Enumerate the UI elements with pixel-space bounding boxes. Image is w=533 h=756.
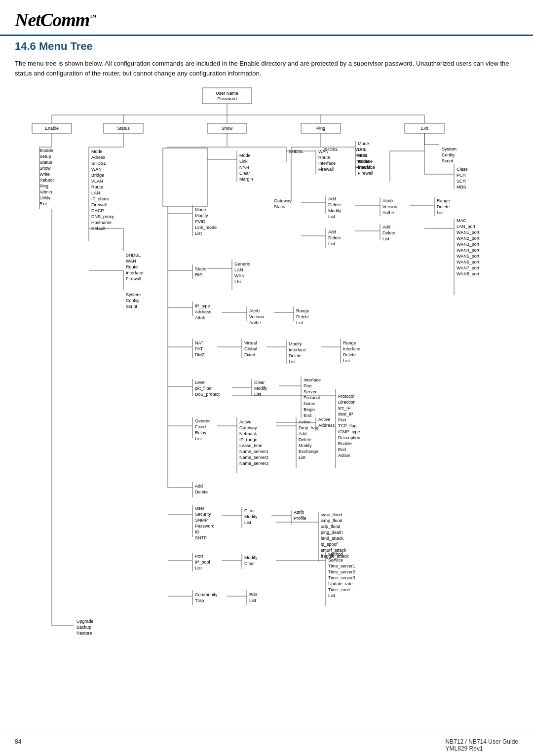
svg-text:Modify: Modify: [244, 555, 258, 560]
svg-text:udp_flood: udp_flood: [321, 524, 341, 529]
svg-text:Exit: Exit: [39, 201, 47, 206]
trademark: ™: [89, 13, 96, 21]
svg-text:Delete: Delete: [437, 204, 450, 209]
svg-text:Modify: Modify: [244, 514, 258, 519]
svg-text:Reboot: Reboot: [39, 178, 54, 183]
svg-rect-0: [202, 88, 252, 104]
svg-text:List: List: [382, 236, 390, 241]
svg-text:Ping: Ping: [39, 184, 48, 189]
svg-text:LIst: LIst: [234, 279, 242, 284]
svg-text:Link_mode: Link_mode: [195, 225, 217, 230]
svg-text:Relay: Relay: [195, 430, 207, 435]
svg-text:RIP: RIP: [195, 272, 202, 277]
svg-text:Fixed: Fixed: [244, 352, 255, 357]
svg-text:Modify: Modify: [195, 213, 208, 218]
svg-text:List: List: [328, 214, 336, 219]
svg-text:Mode: Mode: [91, 149, 103, 154]
svg-text:Name_server2: Name_server2: [239, 455, 268, 460]
svg-text:Route: Route: [91, 185, 103, 189]
svg-text:DHCP: DHCP: [91, 208, 104, 213]
svg-text:Name_server3: Name_server3: [239, 461, 268, 466]
svg-text:Add: Add: [299, 431, 306, 436]
svg-text:WAN6_port: WAN6_port: [457, 260, 480, 265]
svg-text:N*64: N*64: [358, 153, 368, 158]
svg-text:N*64: N*64: [239, 165, 249, 170]
svg-text:Show: Show: [222, 126, 233, 131]
svg-text:ip_spoof: ip_spoof: [321, 542, 338, 547]
svg-text:Active: Active: [239, 419, 252, 424]
svg-text:Show: Show: [39, 166, 51, 171]
svg-text:Modify: Modify: [254, 386, 267, 391]
svg-text:Generic: Generic: [234, 262, 250, 266]
svg-text:WAN: WAN: [91, 167, 102, 172]
svg-text:Attrib: Attrib: [249, 308, 260, 313]
svg-text:Link: Link: [239, 159, 248, 164]
svg-text:Add: Add: [195, 484, 203, 489]
svg-text:PAT: PAT: [195, 346, 203, 351]
svg-text:Trap: Trap: [195, 598, 204, 603]
svg-text:WAN8_port: WAN8_port: [457, 271, 480, 276]
svg-text:Firewall: Firewall: [358, 171, 373, 176]
svg-text:List: List: [289, 359, 296, 364]
svg-text:Attrib: Attrib: [382, 198, 393, 203]
svg-text:land_attack: land_attack: [321, 536, 344, 541]
svg-text:Interface: Interface: [289, 347, 306, 352]
svg-text:Time_server1: Time_server1: [328, 564, 355, 568]
svg-text:User: User: [195, 506, 204, 511]
svg-text:Delete: Delete: [328, 235, 341, 240]
svg-text:Active: Active: [318, 417, 331, 422]
svg-text:Drop_frag: Drop_frag: [299, 425, 318, 430]
svg-text:Clear: Clear: [254, 380, 265, 385]
svg-text:Virtual: Virtual: [244, 340, 257, 345]
section-title: 14.6 Menu Tree: [0, 40, 533, 53]
svg-text:Modify: Modify: [299, 443, 312, 448]
svg-text:WAN: WAN: [126, 259, 136, 264]
svg-text:Modify: Modify: [328, 208, 342, 213]
logo: NetComm™: [15, 9, 518, 31]
svg-text:IP_pool: IP_pool: [195, 560, 210, 565]
svg-text:Enable: Enable: [39, 148, 53, 153]
svg-text:Mode: Mode: [239, 153, 251, 158]
svg-text:Service: Service: [328, 558, 343, 563]
svg-text:User Name: User Name: [216, 91, 238, 96]
svg-text:Script: Script: [442, 158, 454, 163]
svg-text:Range: Range: [343, 340, 356, 345]
svg-text:Utility: Utility: [39, 195, 50, 200]
svg-text:Adress: Adress: [91, 155, 106, 160]
svg-text:icmp_flood: icmp_flood: [321, 518, 343, 523]
svg-text:Firewall: Firewall: [318, 167, 334, 172]
tree-svg: User Name Password Enable Status Show Pi…: [10, 83, 523, 734]
svg-text:WAN3_port: WAN3_port: [457, 242, 480, 247]
svg-text:LAN: LAN: [91, 190, 100, 195]
svg-text:Netmask: Netmask: [239, 431, 257, 436]
svg-text:Interface: Interface: [304, 378, 321, 382]
svg-text:System: System: [126, 292, 141, 297]
svg-text:Active: Active: [299, 419, 311, 424]
svg-text:src_IP: src_IP: [338, 406, 351, 411]
svg-text:DoS_protect: DoS_protect: [195, 392, 220, 397]
svg-text:Firewall: Firewall: [91, 202, 107, 207]
svg-text:VLAN: VLAN: [91, 179, 103, 184]
svg-text:pkt_filter: pkt_filter: [195, 386, 212, 391]
svg-text:Profile: Profile: [294, 516, 306, 521]
svg-text:Time_server3: Time_server3: [328, 575, 355, 580]
svg-text:ICMP_type: ICMP_type: [338, 429, 360, 434]
svg-text:Port: Port: [195, 554, 203, 559]
svg-text:List: List: [195, 566, 202, 570]
svg-text:Delete: Delete: [296, 314, 309, 319]
svg-text:Exchange: Exchange: [299, 449, 318, 454]
svg-text:End: End: [304, 413, 311, 418]
svg-text:Modify: Modify: [289, 341, 302, 346]
svg-text:Route: Route: [358, 159, 370, 164]
svg-text:Delete: Delete: [328, 202, 341, 207]
svg-text:Fixed: Fixed: [195, 424, 206, 429]
svg-text:Version: Version: [249, 314, 264, 319]
svg-text:Delete: Delete: [195, 490, 208, 494]
svg-text:Status: Status: [39, 160, 52, 165]
svg-text:Add: Add: [328, 196, 336, 201]
svg-text:List: List: [195, 436, 202, 441]
svg-text:Direction: Direction: [338, 400, 356, 405]
svg-text:Global: Global: [244, 346, 257, 351]
svg-text:Enable: Enable: [338, 441, 352, 446]
svg-text:List: List: [249, 598, 257, 603]
